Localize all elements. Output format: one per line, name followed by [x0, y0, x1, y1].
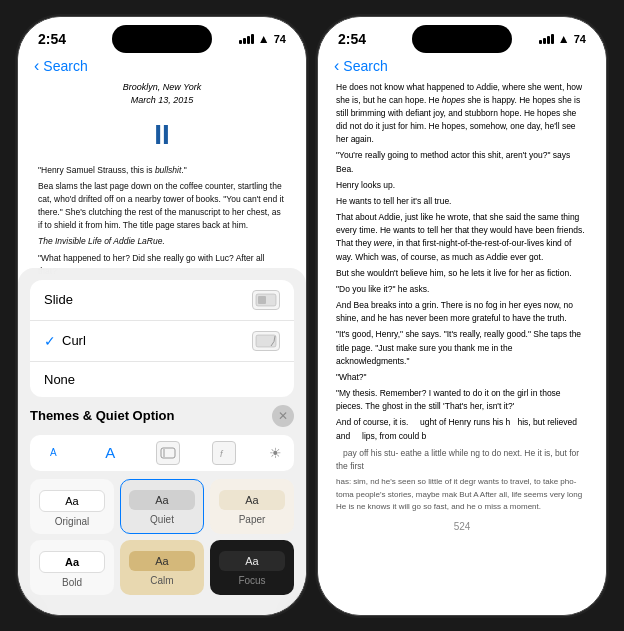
- signal-bars-icon: [239, 33, 254, 44]
- right-wifi-icon: ▲: [558, 32, 570, 46]
- theme-card-paper[interactable]: Aa Paper: [210, 479, 294, 534]
- left-back-button[interactable]: ‹ Search: [34, 57, 88, 75]
- theme-label-focus: Focus: [219, 575, 285, 586]
- phones-container: 2:54 ▲ 74 ‹ S: [17, 16, 607, 616]
- theme-label-paper: Paper: [219, 514, 285, 525]
- svg-rect-2: [256, 335, 276, 347]
- right-book-content: He does not know what happened to Addie,…: [318, 81, 606, 535]
- right-dynamic-island: [412, 25, 512, 53]
- right-status-icons: ▲ 74: [539, 32, 586, 46]
- right-chevron-left-icon: ‹: [334, 57, 339, 75]
- right-battery-icon: 74: [574, 33, 586, 45]
- font-small-button[interactable]: A: [42, 445, 65, 460]
- slide-options-list: Slide ✓ Curl: [30, 280, 294, 397]
- slide-option-slide[interactable]: Slide: [30, 280, 294, 321]
- right-back-label: Search: [343, 58, 387, 74]
- svg-text:f: f: [220, 449, 224, 459]
- right-phone-screen: 2:54 ▲ 74 ‹ S: [318, 17, 606, 615]
- book-location: Brooklyn, New York March 13, 2015: [38, 81, 286, 108]
- page-number: 524: [336, 519, 588, 535]
- themes-header: Themes & Quiet Option ✕: [30, 405, 294, 427]
- font-type-button[interactable]: [156, 441, 180, 465]
- themes-title: Themes & Quiet Option: [30, 408, 174, 423]
- dynamic-island: [112, 25, 212, 53]
- theme-card-calm[interactable]: Aa Calm: [120, 540, 204, 595]
- theme-preview-bold: Aa: [39, 551, 105, 573]
- theme-card-focus[interactable]: Aa Focus: [210, 540, 294, 595]
- close-button[interactable]: ✕: [272, 405, 294, 427]
- left-phone: 2:54 ▲ 74 ‹ S: [17, 16, 307, 616]
- theme-preview-original: Aa: [39, 490, 105, 512]
- font-style-button[interactable]: f: [212, 441, 236, 465]
- right-back-button[interactable]: ‹ Search: [334, 57, 388, 75]
- theme-grid: Aa Original Aa Quiet Aa Paper Aa Bold: [30, 479, 294, 595]
- theme-label-bold: Bold: [39, 577, 105, 588]
- checkmark-icon: ✓: [44, 333, 56, 349]
- theme-preview-calm: Aa: [129, 551, 195, 571]
- left-time: 2:54: [38, 31, 66, 47]
- right-time: 2:54: [338, 31, 366, 47]
- chevron-left-icon: ‹: [34, 57, 39, 75]
- battery-icon: 74: [274, 33, 286, 45]
- wifi-icon: ▲: [258, 32, 270, 46]
- curl-label: Curl: [62, 333, 86, 348]
- theme-card-quiet[interactable]: Aa Quiet: [120, 479, 204, 534]
- theme-card-original[interactable]: Aa Original: [30, 479, 114, 534]
- theme-card-bold[interactable]: Aa Bold: [30, 540, 114, 595]
- theme-preview-paper: Aa: [219, 490, 285, 510]
- slide-option-none[interactable]: None: [30, 362, 294, 397]
- curl-preview-icon: [252, 331, 280, 351]
- font-size-row: A A f ☀: [30, 435, 294, 471]
- theme-label-quiet: Quiet: [129, 514, 195, 525]
- chapter-number: II: [38, 114, 286, 156]
- slide-label: Slide: [44, 292, 73, 307]
- close-icon: ✕: [278, 409, 288, 423]
- right-phone: 2:54 ▲ 74 ‹ S: [317, 16, 607, 616]
- svg-rect-3: [161, 448, 175, 458]
- slide-option-curl[interactable]: ✓ Curl: [30, 321, 294, 362]
- theme-label-calm: Calm: [129, 575, 195, 586]
- theme-label-original: Original: [39, 516, 105, 527]
- svg-rect-1: [258, 296, 266, 304]
- overlay-panel: Slide ✓ Curl: [18, 268, 306, 615]
- right-signal-bars-icon: [539, 33, 554, 44]
- font-large-button[interactable]: A: [97, 442, 123, 463]
- left-back-label: Search: [43, 58, 87, 74]
- left-phone-screen: 2:54 ▲ 74 ‹ S: [18, 17, 306, 615]
- theme-preview-quiet: Aa: [129, 490, 195, 510]
- right-nav-bar[interactable]: ‹ Search: [318, 53, 606, 81]
- theme-preview-focus: Aa: [219, 551, 285, 571]
- left-status-icons: ▲ 74: [239, 32, 286, 46]
- brightness-icon[interactable]: ☀: [269, 445, 282, 461]
- slide-preview-icon: [252, 290, 280, 310]
- none-label: None: [44, 372, 75, 387]
- left-nav-bar[interactable]: ‹ Search: [18, 53, 306, 81]
